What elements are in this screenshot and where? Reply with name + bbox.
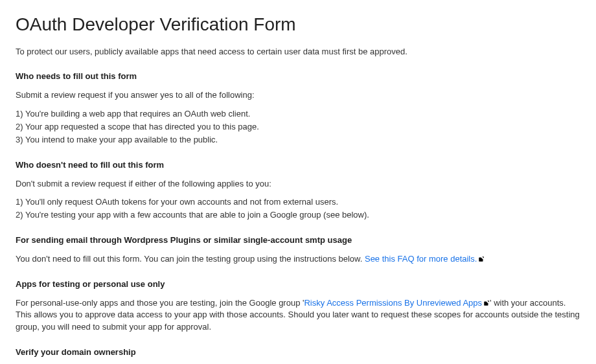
external-link-icon	[483, 300, 490, 306]
who-needs-lead: Submit a review request if you answer ye…	[16, 89, 580, 102]
intro-text: To protect our users, publicly available…	[16, 46, 580, 58]
verify-heading: Verify your domain ownership	[16, 347, 580, 359]
risky-access-group-link[interactable]: Risky Access Permissions By Unreviewed A…	[304, 298, 490, 308]
who-needs-heading: Who needs to fill out this form	[16, 71, 580, 83]
testing-paragraph: For personal-use-only apps and those you…	[16, 297, 580, 334]
smtp-paragraph: You don't need to fill out this form. Yo…	[16, 253, 580, 266]
who-not-lead: Don't submit a review request if either …	[16, 178, 580, 190]
external-link-icon	[478, 256, 485, 262]
testing-heading: Apps for testing or personal use only	[16, 279, 580, 291]
who-needs-item: 2) Your app requested a scope that has d…	[16, 121, 580, 133]
page-title: OAuth Developer Verification Form	[16, 12, 580, 38]
who-not-item: 1) You'll only request OAuth tokens for …	[16, 196, 580, 209]
smtp-heading: For sending email through Wordpress Plug…	[16, 234, 580, 247]
smtp-text: You don't need to fill out this form. Yo…	[16, 254, 365, 264]
who-not-item: 2) You're testing your app with a few ac…	[16, 209, 580, 222]
who-needs-item: 3) You intend to make your app available…	[16, 134, 580, 146]
smtp-faq-link[interactable]: See this FAQ for more details.	[365, 254, 485, 264]
who-needs-item: 1) You're building a web app that requir…	[16, 108, 580, 120]
who-not-heading: Who doesn't need to fill out this form	[16, 159, 580, 172]
